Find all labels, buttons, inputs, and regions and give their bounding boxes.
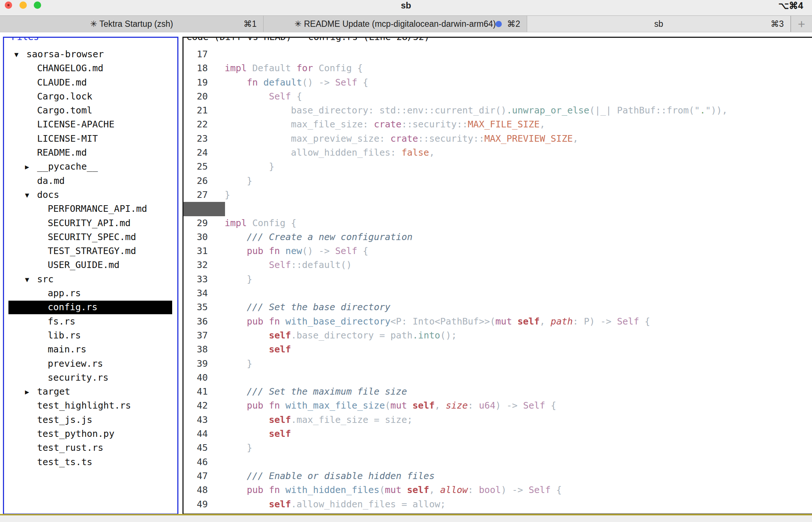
tree-label: test_ts.ts	[37, 457, 93, 467]
tree-row-test-js-js[interactable]: test_js.js	[4, 413, 177, 427]
tree-row-readme-md[interactable]: README.md	[4, 146, 177, 160]
tree-row-cargo-lock[interactable]: Cargo.lock	[4, 90, 177, 104]
code-text: self.allow_hidden_files = allow;	[225, 497, 446, 511]
terminal-window: sb ⌥⌘4 ✳ Tektra Startup (zsh)⌘1✳ README …	[0, 0, 812, 522]
code-line[interactable]: 20 Self {	[184, 90, 812, 104]
tree-row-test-rust-rs[interactable]: test_rust.rs	[4, 441, 177, 455]
tree-label: src	[37, 274, 54, 284]
tree-label: Cargo.toml	[37, 105, 93, 116]
code-line[interactable]: 25 }	[184, 160, 812, 174]
tree-row-changelog-md[interactable]: CHANGELOG.md	[4, 61, 177, 75]
tree-label: Cargo.lock	[37, 91, 93, 102]
tree-label: preview.rs	[48, 358, 103, 369]
code-line[interactable]: 41 /// Set the maximum file size	[184, 385, 812, 399]
code-line[interactable]: 36 pub fn with_base_directory<P: Into<Pa…	[184, 315, 812, 329]
tree-row-pycache[interactable]: ▶__pycache__	[4, 160, 177, 174]
tree-label: docs	[37, 189, 59, 200]
code-line[interactable]: 45 }	[184, 441, 812, 455]
tree-row-test-ts-ts[interactable]: test_ts.ts	[4, 455, 177, 469]
code-line[interactable]: 49 self.allow_hidden_files = allow;	[184, 497, 812, 511]
tree-row-saorsa-browser[interactable]: ▼saorsa-browser	[4, 47, 177, 61]
code-line[interactable]: 22 max_file_size: crate::security::MAX_F…	[184, 117, 812, 131]
window-title: sb	[0, 0, 812, 15]
line-number: 30	[184, 230, 208, 244]
tree-row-test-python-py[interactable]: test_python.py	[4, 427, 177, 441]
code-line[interactable]: 33 }	[184, 272, 812, 286]
code-line[interactable]: 23 max_preview_size: crate::security::MA…	[184, 132, 812, 146]
code-line[interactable]: 18impl Default for Config {	[184, 61, 812, 75]
tree-row-security-rs[interactable]: security.rs	[4, 371, 177, 385]
code-text: pub fn with_hidden_files(mut self, allow…	[225, 483, 562, 497]
tree-row-license-apache[interactable]: LICENSE-APACHE	[4, 117, 177, 131]
tab-label: ✳ README Update (mcp-digitalocean-darwin…	[264, 16, 527, 32]
line-number: 42	[184, 399, 208, 413]
line-number: 48	[184, 483, 208, 497]
code-line-current[interactable]	[184, 202, 812, 216]
code-text: self	[225, 427, 291, 441]
code-line[interactable]: 29impl Config {	[184, 216, 812, 230]
tree-label: fs.rs	[48, 316, 75, 327]
line-number: 34	[184, 286, 208, 300]
code-line[interactable]: 32 Self::default()	[184, 258, 812, 272]
tree-row-target[interactable]: ▶target	[4, 385, 177, 399]
code-line[interactable]: 40	[184, 371, 812, 385]
tree-row-security-spec-md[interactable]: SECURITY_SPEC.md	[4, 230, 177, 244]
tree-row-src[interactable]: ▼src	[4, 272, 177, 286]
code-text: }	[225, 174, 252, 188]
code-text: self	[225, 342, 291, 356]
code-line[interactable]: 19 fn default() -> Self {	[184, 76, 812, 90]
tree-row-docs[interactable]: ▼docs	[4, 188, 177, 202]
current-line-highlight-block	[184, 202, 225, 216]
tree-label: TEST_STRATEGY.md	[48, 246, 136, 256]
tab-shortcut: ⌘2	[507, 19, 520, 29]
code-view[interactable]: 1718impl Default for Config {19 fn defau…	[184, 47, 812, 511]
tree-label: USER_GUIDE.md	[48, 260, 120, 270]
tree-row-cargo-toml[interactable]: Cargo.toml	[4, 104, 177, 117]
code-line[interactable]: 27}	[184, 188, 812, 202]
tree-row-da-md[interactable]: da.md	[4, 174, 177, 188]
tree-row-security-api-md[interactable]: SECURITY_API.md	[4, 216, 177, 230]
code-line[interactable]: 39 }	[184, 357, 812, 371]
code-text: self.base_directory = path.into();	[225, 329, 457, 342]
line-number: 45	[184, 441, 208, 455]
code-text: /// Enable or disable hidden files	[225, 469, 435, 483]
tree-row-config-rs[interactable]: config.rs	[4, 300, 177, 314]
code-line[interactable]: 35 /// Set the base directory	[184, 300, 812, 314]
tab-sb[interactable]: sb⌘3	[527, 16, 791, 32]
tree-row-user-guide-md[interactable]: USER_GUIDE.md	[4, 258, 177, 272]
tree-row-test-highlight-rs[interactable]: test_highlight.rs	[4, 399, 177, 413]
tree-row-preview-rs[interactable]: preview.rs	[4, 357, 177, 371]
code-line[interactable]: 31 pub fn new() -> Self {	[184, 244, 812, 258]
tab-readme-update-mcp-digitalocean-darwin-arm64[interactable]: ✳ README Update (mcp-digitalocean-darwin…	[264, 16, 527, 32]
code-line[interactable]: 38 self	[184, 342, 812, 356]
tree-label: main.rs	[48, 344, 86, 355]
tree-label: SECURITY_SPEC.md	[48, 232, 136, 242]
tree-row-test-strategy-md[interactable]: TEST_STRATEGY.md	[4, 244, 177, 258]
code-line[interactable]: 42 pub fn with_max_file_size(mut self, s…	[184, 399, 812, 413]
code-line[interactable]: 37 self.base_directory = path.into();	[184, 329, 812, 342]
new-tab-button[interactable]: +	[791, 16, 812, 32]
chevron-collapsed-icon: ▶	[25, 160, 37, 174]
code-line[interactable]: 48 pub fn with_hidden_files(mut self, al…	[184, 483, 812, 497]
code-line[interactable]: 34	[184, 286, 812, 300]
tree-row-lib-rs[interactable]: lib.rs	[4, 329, 177, 342]
tree-row-main-rs[interactable]: main.rs	[4, 342, 177, 356]
code-line[interactable]: 26 }	[184, 174, 812, 188]
code-line[interactable]: 17	[184, 47, 812, 61]
tab-tektra-startup-zsh[interactable]: ✳ Tektra Startup (zsh)⌘1	[0, 16, 264, 32]
line-number: 26	[184, 174, 208, 188]
code-line[interactable]: 46	[184, 455, 812, 469]
code-line[interactable]: 24 allow_hidden_files: false,	[184, 146, 812, 160]
tree-row-claude-md[interactable]: CLAUDE.md	[4, 76, 177, 90]
code-line[interactable]: 21 base_directory: std::env::current_dir…	[184, 104, 812, 117]
tree-row-fs-rs[interactable]: fs.rs	[4, 315, 177, 329]
tree-row-performance-api-md[interactable]: PERFORMANCE_API.md	[4, 202, 177, 216]
tree-row-app-rs[interactable]: app.rs	[4, 286, 177, 300]
code-text: }	[225, 188, 230, 202]
code-line[interactable]: 43 self.max_file_size = size;	[184, 413, 812, 427]
tree-row-license-mit[interactable]: LICENSE-MIT	[4, 132, 177, 146]
code-line[interactable]: 30 /// Create a new configuration	[184, 230, 812, 244]
code-line[interactable]: 47 /// Enable or disable hidden files	[184, 469, 812, 483]
code-line[interactable]: 44 self	[184, 427, 812, 441]
line-number: 31	[184, 244, 208, 258]
